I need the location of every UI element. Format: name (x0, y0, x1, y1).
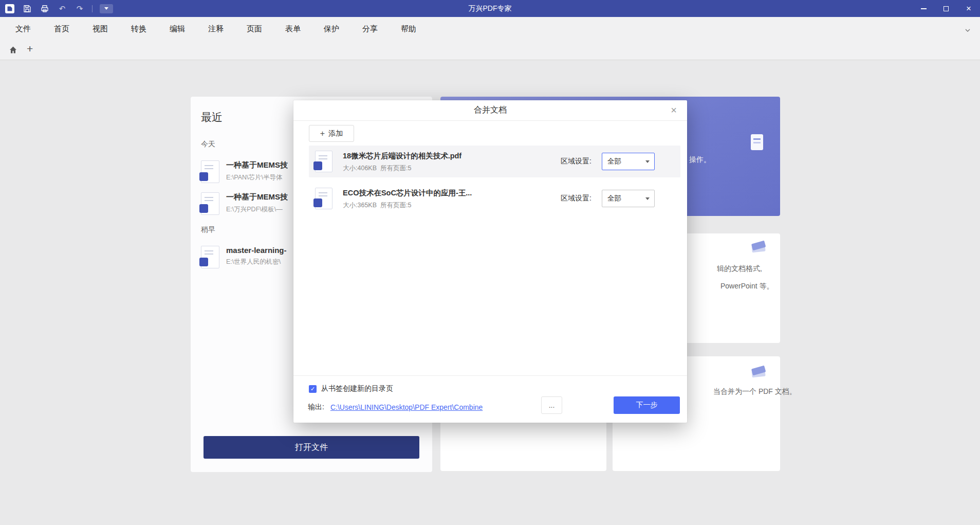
card-text-fragment: 当合并为一个 PDF 文档。 (713, 387, 797, 396)
select-value: 全部 (607, 194, 621, 203)
redo-icon[interactable]: ↷ (75, 4, 85, 14)
next-button[interactable]: 下一步 (614, 396, 680, 414)
recent-title: 最近 (201, 110, 223, 124)
minimize-icon (921, 8, 927, 9)
dialog-header: 合并文档 × (293, 100, 687, 121)
maximize-button[interactable] (935, 0, 957, 17)
toolbar-dropdown-button[interactable] (100, 4, 113, 13)
menu-item-share[interactable]: 分享 (362, 24, 378, 34)
minimize-button[interactable] (912, 0, 935, 17)
output-path-link[interactable]: C:\Users\LINING\Desktop\PDF Expert\Combi… (330, 403, 483, 411)
menu-item-help[interactable]: 帮助 (401, 24, 416, 34)
pdf-file-icon (315, 151, 332, 172)
menu-item-edit[interactable]: 编辑 (170, 24, 185, 34)
tabbar: + (0, 41, 980, 60)
group-label-earlier: 稍早 (201, 225, 215, 234)
recent-file-item[interactable]: 一种基于MEMS技 E:\PAN\芯片\半导体 (201, 160, 288, 183)
menu-item-home[interactable]: 首页 (54, 24, 69, 34)
chevron-down-icon (645, 160, 650, 163)
select-value: 全部 (607, 157, 621, 166)
menu-item-comment[interactable]: 注释 (208, 24, 224, 34)
file-meta: 大小:365KB 所有页面:5 (343, 201, 411, 210)
chevron-down-icon (645, 197, 650, 200)
file-name: 18微米芯片后端设计的相关技术.pdf (343, 151, 461, 161)
menu-item-file[interactable]: 文件 (15, 24, 31, 34)
output-label: 输出: (308, 403, 324, 412)
close-button[interactable]: × (957, 0, 980, 17)
app-window: ↶ ↷ 万兴PDF专家 × 文件 首页 视图 转换 编辑 注释 页面 表单 保护… (0, 0, 980, 525)
bookmark-toc-option: ✓ 从书签创建新的目录页 (309, 384, 393, 393)
quick-toolbar: ↶ ↷ (0, 4, 113, 14)
merge-documents-dialog: 合并文档 × + 添加 18微米芯片后端设计的相关技术.pdf 大小:406KB… (293, 100, 687, 423)
page-range-label: 区域设置: (561, 157, 591, 166)
check-icon: ✓ (310, 386, 315, 392)
merge-file-row[interactable]: ECO技术在SoC芯片设计中的应用-王... 大小:365KB 所有页面:5 区… (309, 183, 680, 214)
output-row: 输出: C:\Users\LINING\Desktop\PDF Expert\C… (308, 403, 483, 412)
chevron-down-icon (104, 7, 108, 10)
menu-item-convert[interactable]: 转换 (131, 24, 146, 34)
app-logo-icon (5, 4, 15, 14)
page-range-select[interactable]: 全部 (602, 153, 655, 170)
page-range-select[interactable]: 全部 (602, 190, 655, 207)
toolbar-divider (92, 5, 93, 12)
pdf-file-icon (201, 160, 219, 183)
card-text-fragment: 辑的文档格式, (717, 264, 762, 274)
browse-button[interactable]: ... (541, 396, 562, 414)
window-controls: × (912, 0, 980, 17)
bookmark-toc-checkbox[interactable]: ✓ (309, 385, 317, 393)
bookmark-toc-label: 从书签创建新的目录页 (321, 384, 393, 393)
dialog-footer: ✓ 从书签创建新的目录页 输出: C:\Users\LINING\Desktop… (293, 375, 687, 423)
menubar: 文件 首页 视图 转换 编辑 注释 页面 表单 保护 分享 帮助 (0, 17, 980, 41)
plus-icon: + (320, 129, 325, 138)
ribbon-collapse-icon[interactable] (965, 25, 971, 34)
titlebar: ↶ ↷ 万兴PDF专家 × (0, 0, 980, 17)
merge-file-row[interactable]: 18微米芯片后端设计的相关技术.pdf 大小:406KB 所有页面:5 区域设置… (309, 146, 680, 177)
pdf-file-icon (201, 192, 219, 215)
recent-file-item[interactable]: 一种基于MEMS技 E:\万兴PDF\模板\— (201, 192, 288, 215)
card-text-fragment: PowerPoint 等。 (720, 282, 773, 291)
page-range-label: 区域设置: (561, 194, 591, 203)
group-label-today: 今天 (201, 140, 215, 149)
recent-file-item[interactable]: master-learning- E:\世界人民的机密\ (201, 246, 287, 268)
menu-item-form[interactable]: 表单 (285, 24, 301, 34)
file-meta: 大小:406KB 所有页面:5 (343, 164, 411, 173)
pdf-file-icon (315, 188, 332, 209)
menu-item-view[interactable]: 视图 (93, 24, 108, 34)
home-tab[interactable] (9, 46, 17, 56)
add-label: 添加 (328, 129, 343, 138)
paper-stack-icon (748, 361, 769, 384)
save-icon[interactable] (22, 4, 32, 14)
maximize-icon (944, 6, 949, 11)
add-file-button[interactable]: + 添加 (309, 125, 354, 142)
menu-item-page[interactable]: 页面 (247, 24, 262, 34)
paper-stack-icon (748, 237, 769, 259)
file-name: ECO技术在SoC芯片设计中的应用-王... (343, 188, 472, 198)
dialog-title: 合并文档 (474, 105, 507, 116)
dialog-close-button[interactable]: × (668, 104, 680, 116)
undo-icon[interactable]: ↶ (57, 4, 67, 14)
open-file-button[interactable]: 打开文件 (204, 436, 419, 459)
banner-text-fragment: 操作。 (689, 155, 711, 165)
printer-icon[interactable] (40, 4, 50, 14)
document-box-icon (747, 132, 767, 154)
window-title: 万兴PDF专家 (0, 4, 980, 13)
pdf-file-icon (201, 246, 219, 268)
new-tab-button[interactable]: + (27, 43, 33, 55)
menu-item-protect[interactable]: 保护 (324, 24, 339, 34)
